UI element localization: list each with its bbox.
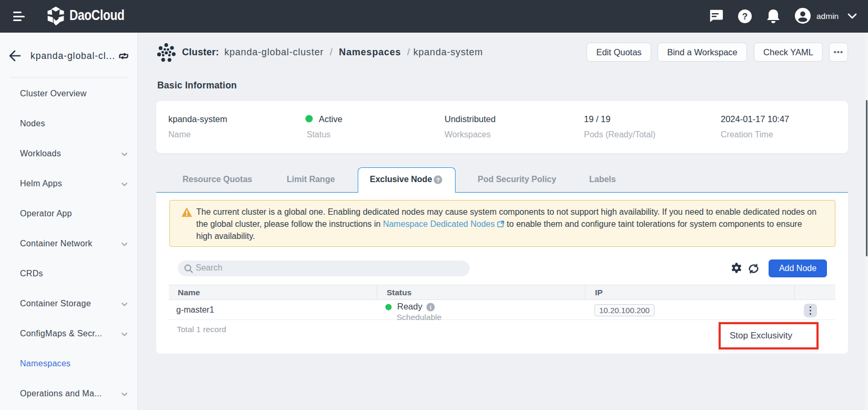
svg-text:?: ? <box>742 12 748 22</box>
svg-text:i: i <box>430 304 431 311</box>
svg-text:?: ? <box>436 177 440 183</box>
